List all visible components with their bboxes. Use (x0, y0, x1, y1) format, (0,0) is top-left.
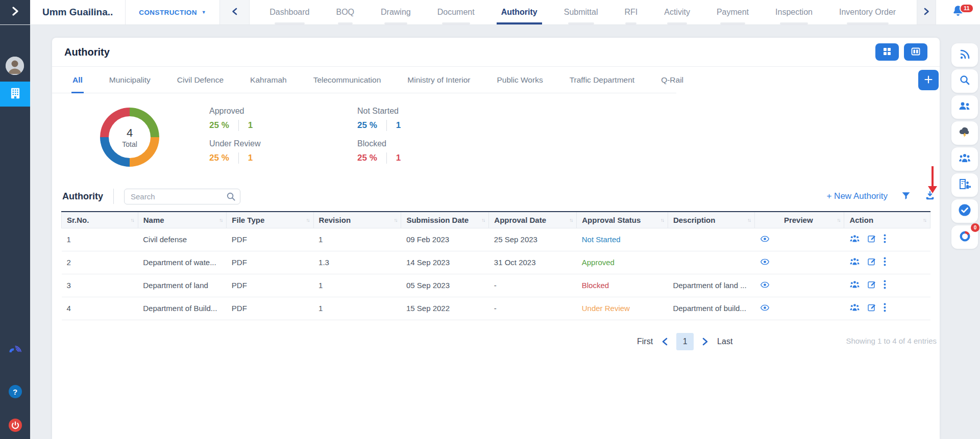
users-icon[interactable] (849, 280, 860, 291)
sidebar-expand-button[interactable] (0, 0, 30, 24)
tab-authority[interactable]: Authority (500, 0, 539, 24)
tab-document[interactable]: Document (436, 0, 476, 24)
add-button[interactable] (918, 70, 939, 90)
table-row: 3 Department of land PDF 1 05 Sep 2023 -… (62, 274, 930, 297)
download-button[interactable] (924, 190, 936, 203)
tab-submittal[interactable]: Submittal (562, 0, 600, 24)
col-approval-date[interactable]: Approval Date↑↓ (489, 212, 577, 228)
subtab-kahramah[interactable]: Kahramah (250, 67, 287, 93)
tabs-scroll-right-button[interactable] (917, 0, 936, 24)
pagination: First 1 Last Showing 1 to 4 of 4 entries (52, 330, 940, 353)
subtab-q-rail[interactable]: Q-Rail (661, 67, 683, 93)
edit-icon[interactable] (867, 234, 876, 245)
current-page[interactable]: 1 (676, 333, 694, 350)
tab-inventory-order[interactable]: Inventory Order (838, 0, 897, 24)
col-revision[interactable]: Revision↑↓ (313, 212, 401, 228)
eye-icon[interactable] (760, 260, 770, 268)
next-page-button[interactable] (702, 338, 708, 346)
tabs-scroll-left-button[interactable] (220, 0, 250, 24)
entries-summary: Showing 1 to 4 of 4 entries (846, 337, 937, 345)
subtab-telecommunication[interactable]: Telecommunication (313, 67, 381, 93)
table-row: 1 Civil defense PDF 1 09 Feb 2023 25 Sep… (62, 228, 930, 251)
edit-icon[interactable] (867, 257, 876, 268)
stat-blocked: Blocked 25 % 1 (357, 139, 401, 164)
last-page-button[interactable]: Last (717, 337, 732, 346)
tab-drawing[interactable]: Drawing (379, 0, 412, 24)
search-icon (959, 74, 971, 88)
call-support-button[interactable] (0, 343, 30, 363)
reports-badge: 0 (971, 223, 979, 232)
left-sidebar: ? (0, 25, 30, 439)
subtab-public-works[interactable]: Public Works (497, 67, 543, 93)
eye-icon[interactable] (760, 237, 770, 245)
module-selector[interactable]: CONSTRUCTION ▼ (125, 0, 220, 24)
donut-center: 4 Total (109, 116, 151, 158)
subtab-traffic-department[interactable]: Traffic Department (570, 67, 635, 93)
subtab-all[interactable]: All (72, 67, 83, 93)
authority-table: Sr.No.↑↓ Name↑↓ File Type↑↓ Revision↑↓ S… (61, 211, 930, 320)
col-srno[interactable]: Sr.No.↑↓ (62, 212, 138, 228)
kebab-menu-icon[interactable] (884, 280, 886, 291)
team-button[interactable] (951, 95, 978, 119)
users-icon (958, 100, 971, 114)
notification-badge: 11 (960, 4, 974, 13)
col-name[interactable]: Name↑↓ (138, 212, 227, 228)
sidebar-item-projects[interactable] (0, 82, 30, 107)
users-icon[interactable] (849, 234, 860, 245)
tab-inspection[interactable]: Inspection (774, 0, 814, 24)
filter-button[interactable] (901, 191, 911, 202)
users-group-icon (958, 152, 971, 166)
col-submission-date[interactable]: Submission Date↑↓ (401, 212, 489, 228)
authority-card: Authority All Municipality Civil Defence… (52, 38, 940, 439)
eye-icon[interactable] (760, 305, 770, 314)
help-button[interactable]: ? (0, 381, 30, 402)
search-panel-button[interactable] (951, 69, 978, 93)
edit-icon[interactable] (867, 303, 876, 314)
new-authority-link[interactable]: + New Authority (826, 191, 888, 201)
tab-dashboard[interactable]: Dashboard (268, 0, 311, 24)
eye-icon[interactable] (760, 282, 770, 291)
filter-icon (901, 191, 911, 202)
kebab-menu-icon[interactable] (884, 234, 886, 245)
col-action[interactable]: Action↑↓ (844, 212, 930, 228)
logout-button[interactable] (0, 416, 30, 436)
search-input[interactable] (124, 189, 240, 204)
col-description[interactable]: Description↑↓ (668, 212, 754, 228)
user-avatar[interactable] (6, 57, 24, 75)
subtab-municipality[interactable]: Municipality (109, 67, 151, 93)
tab-payment[interactable]: Payment (715, 0, 750, 24)
subtab-ministry-of-interior[interactable]: Ministry of Interior (407, 67, 470, 93)
authority-subtabs: All Municipality Civil Defence Kahramah … (52, 67, 940, 93)
column-view-button[interactable] (904, 43, 927, 61)
col-file-type[interactable]: File Type↑↓ (227, 212, 313, 228)
storm-cloud-icon (958, 126, 971, 140)
users-icon[interactable] (849, 303, 860, 314)
kebab-menu-icon[interactable] (884, 303, 886, 314)
table-row: 2 Department of wate... PDF 1.3 14 Sep 2… (62, 251, 930, 274)
kebab-menu-icon[interactable] (884, 257, 886, 268)
edit-icon[interactable] (867, 280, 876, 291)
feed-button[interactable] (951, 43, 978, 67)
users-icon[interactable] (849, 257, 860, 268)
col-preview[interactable]: Preview↑↓ (755, 212, 844, 228)
first-page-button[interactable]: First (637, 337, 653, 346)
reports-button[interactable]: 0 (951, 225, 978, 249)
page-title: Authority (64, 46, 110, 58)
tab-boq[interactable]: BOQ (334, 0, 356, 24)
sort-icon: ↑↓ (306, 217, 309, 223)
meeting-button[interactable] (951, 147, 978, 171)
tab-rfi[interactable]: RFI (623, 0, 639, 24)
sort-icon: ↑↓ (569, 217, 572, 223)
site-visit-button[interactable] (951, 173, 978, 197)
notifications-button[interactable]: 11 (936, 0, 980, 24)
tab-activity[interactable]: Activity (663, 0, 692, 24)
subtab-civil-defence[interactable]: Civil Defence (177, 67, 224, 93)
stat-approved: Approved 25 % 1 (209, 107, 357, 131)
tasks-button[interactable] (951, 199, 978, 223)
status-badge: Under Review (577, 297, 668, 320)
weather-button[interactable] (951, 121, 978, 145)
col-approval-status[interactable]: Approval Status↑↓ (577, 212, 668, 228)
status-summary: 4 Total Approved 25 % 1 Under Review 2 (52, 93, 940, 184)
prev-page-button[interactable] (662, 338, 668, 346)
grid-view-button[interactable] (875, 43, 899, 61)
